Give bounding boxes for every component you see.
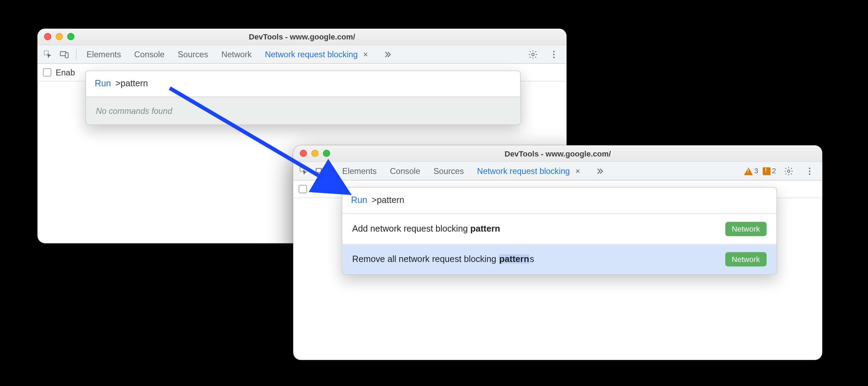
device-toggle-icon[interactable] (312, 163, 328, 179)
titlebar: DevTools - www.google.com/ (293, 145, 822, 162)
command-run-prefix: Run (95, 79, 111, 88)
command-empty-message: No commands found (86, 97, 520, 124)
svg-point-5 (553, 53, 555, 55)
titlebar: DevTools - www.google.com/ (37, 29, 567, 45)
devtools-tabbar: Elements Console Sources Network request… (293, 162, 822, 181)
command-item-add-pattern[interactable]: Add network request blocking pattern Net… (342, 213, 777, 244)
settings-gear-icon[interactable] (780, 163, 797, 179)
svg-rect-2 (65, 52, 68, 57)
tab-sources[interactable]: Sources (178, 50, 208, 59)
svg-point-3 (532, 53, 534, 56)
issue-icon (763, 167, 770, 175)
window-title: DevTools - www.google.com/ (43, 32, 561, 41)
inspect-icon[interactable] (40, 46, 56, 62)
svg-rect-9 (321, 169, 324, 174)
maximize-icon[interactable] (67, 33, 74, 40)
command-item-remove-patterns[interactable]: Remove all network request blocking patt… (342, 244, 777, 274)
command-input[interactable]: Run >pattern (342, 188, 777, 213)
tab-elements[interactable]: Elements (86, 50, 121, 59)
close-tab-icon[interactable]: × (575, 166, 580, 176)
enable-label: Enab (311, 184, 330, 194)
close-tab-icon[interactable]: × (363, 50, 368, 59)
issues-count: 2 (772, 167, 776, 175)
close-icon[interactable] (44, 33, 51, 40)
command-query-text: >pattern (372, 195, 404, 205)
devtools-tabbar: Elements Console Sources Network Network… (37, 45, 567, 64)
inspect-icon[interactable] (296, 163, 312, 179)
window-controls (44, 33, 74, 40)
minimize-icon[interactable] (56, 33, 63, 40)
svg-point-6 (553, 56, 555, 58)
svg-point-11 (809, 167, 810, 169)
issues-badge[interactable]: 2 (763, 167, 776, 175)
more-tabs-icon[interactable] (593, 163, 606, 179)
tab-sources[interactable]: Sources (434, 166, 464, 176)
command-item-label: Add network request blocking pattern (352, 224, 500, 234)
command-input[interactable]: Run >pattern (86, 71, 520, 97)
command-results: Add network request blocking pattern Net… (342, 213, 777, 274)
tab-network-request-blocking[interactable]: Network request blocking (477, 166, 570, 176)
tab-console[interactable]: Console (134, 50, 165, 59)
command-run-prefix: Run (351, 195, 367, 205)
more-tabs-icon[interactable] (381, 46, 393, 62)
maximize-icon[interactable] (323, 150, 330, 157)
command-item-badge: Network (725, 252, 767, 267)
tab-network[interactable]: Network (221, 50, 252, 59)
window-title: DevTools - www.google.com/ (299, 149, 817, 158)
close-icon[interactable] (300, 150, 307, 157)
device-toggle-icon[interactable] (56, 46, 73, 62)
command-menu-after: Run >pattern Add network request blockin… (342, 187, 777, 275)
separator (76, 49, 77, 60)
enable-checkbox[interactable] (299, 185, 307, 193)
minimize-icon[interactable] (311, 150, 318, 157)
svg-point-10 (788, 170, 790, 172)
window-controls (300, 150, 330, 157)
command-menu-before: Run >pattern No commands found (85, 71, 521, 125)
settings-gear-icon[interactable] (525, 46, 541, 62)
kebab-menu-icon[interactable] (546, 46, 562, 62)
svg-point-13 (809, 173, 810, 174)
warnings-count: 3 (754, 167, 758, 175)
svg-point-12 (809, 170, 810, 172)
warnings-badge[interactable]: 3 (744, 167, 758, 175)
kebab-menu-icon[interactable] (801, 163, 818, 179)
tab-network-request-blocking[interactable]: Network request blocking (265, 50, 357, 59)
warning-icon (744, 167, 753, 175)
tab-console[interactable]: Console (390, 166, 420, 176)
command-item-label: Remove all network request blocking patt… (352, 254, 534, 264)
enable-checkbox[interactable] (43, 68, 51, 77)
svg-point-4 (553, 51, 555, 52)
command-query-text: >pattern (115, 79, 148, 88)
tab-elements[interactable]: Elements (342, 166, 377, 176)
command-item-badge: Network (725, 222, 767, 236)
enable-label: Enab (56, 68, 75, 77)
separator (332, 166, 333, 177)
